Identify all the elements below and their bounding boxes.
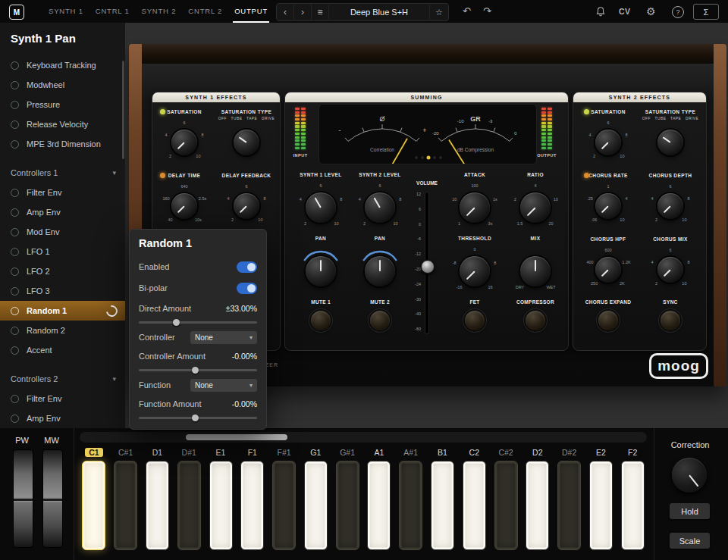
key-d2[interactable] [526, 461, 549, 550]
mute-1-button[interactable] [311, 311, 331, 330]
key-d-1[interactable] [177, 461, 201, 550]
key-e1[interactable] [209, 461, 233, 550]
sidebar-item-keyboard-tracking[interactable]: Keyboard Tracking [0, 55, 125, 75]
sidebar-section-controllers-2[interactable]: Controllers 2▾ [0, 360, 125, 389]
chorus-hpf-knob[interactable] [595, 257, 621, 283]
key-d1[interactable] [146, 461, 169, 550]
preset-menu-icon[interactable]: ≡ [312, 5, 329, 20]
keyboard-scrollbar-thumb[interactable] [186, 434, 287, 440]
sum-mixer-button[interactable]: Σ [693, 4, 719, 20]
help-icon[interactable]: ? [672, 6, 684, 18]
bipolar-toggle[interactable] [237, 283, 257, 294]
sidebar-item-accent[interactable]: Accent [0, 340, 125, 360]
settings-gear-icon[interactable]: ⚙ [646, 0, 656, 23]
key-b1[interactable] [431, 461, 454, 550]
sidebar-item-mpe-3rd-dimension[interactable]: MPE 3rd Dimension [0, 134, 125, 154]
sidebar-item-lfo-2[interactable]: LFO 2 [0, 261, 125, 281]
chorus-mix-knob[interactable] [657, 257, 683, 283]
preset-next-button[interactable]: › [294, 5, 312, 20]
moog-m-logo[interactable]: M [9, 5, 24, 20]
synth-2-level-knob[interactable] [365, 192, 395, 223]
sidebar-item-random-1[interactable]: Random 1 [0, 301, 125, 321]
chorus-depth-knob[interactable] [657, 193, 683, 219]
hold-button[interactable]: Hold [670, 503, 710, 519]
fet-button[interactable] [465, 311, 485, 330]
delay-time-knob[interactable] [171, 193, 197, 219]
mix-knob[interactable] [520, 256, 551, 286]
slider-thumb[interactable] [192, 415, 199, 421]
pan-knob[interactable] [365, 256, 395, 286]
key-f2[interactable] [621, 461, 645, 550]
knob-scale-label: 10 [554, 197, 558, 202]
key-g1[interactable] [304, 461, 328, 550]
sidebar-section-controllers-1[interactable]: Controllers 1▾ [0, 154, 125, 183]
key-c1[interactable] [82, 461, 105, 550]
undo-icon[interactable]: ↶ [463, 0, 471, 23]
redo-icon[interactable]: ↷ [483, 0, 491, 23]
ratio-knob[interactable] [520, 192, 551, 223]
saturation-type-knob[interactable] [657, 130, 683, 155]
knob-pointer [601, 205, 609, 213]
key-a-1[interactable] [399, 461, 422, 550]
sidebar-item-mod-env[interactable]: Mod Env [0, 222, 125, 242]
tab-cntrl-2[interactable]: CNTRL 2 [188, 0, 222, 23]
mute-2-button[interactable] [370, 311, 390, 330]
sidebar-item-amp-env[interactable]: Amp Env [0, 202, 125, 222]
function-amount-slider[interactable] [139, 415, 257, 421]
saturation-knob[interactable] [595, 130, 621, 155]
slider-thumb[interactable] [192, 367, 199, 374]
key-g-1[interactable] [336, 461, 359, 550]
preset-name[interactable]: Deep Blue S+H [329, 8, 429, 17]
sidebar-item-lfo-1[interactable]: LFO 1 [0, 242, 125, 261]
mod-wheel[interactable] [42, 449, 63, 548]
sync-button[interactable] [661, 311, 680, 330]
enabled-toggle[interactable] [237, 261, 257, 273]
synth-1-level-knob[interactable] [306, 192, 336, 223]
key-c2[interactable] [463, 461, 486, 550]
cv-button[interactable]: CV [619, 0, 631, 23]
sidebar-item-random-2[interactable]: Random 2 [0, 321, 125, 340]
tab-cntrl-1[interactable]: CNTRL 1 [96, 0, 130, 23]
controller-select[interactable]: None ▾ [190, 331, 257, 344]
sidebar-item-filter-env[interactable]: Filter Env [0, 389, 125, 408]
sidebar-item-amp-env[interactable]: Amp Env [0, 408, 125, 428]
key-f-1[interactable] [272, 461, 296, 550]
compressor-button[interactable] [526, 311, 545, 330]
tab-synth-1[interactable]: SYNTH 1 [49, 0, 83, 23]
key-c-1[interactable] [114, 461, 137, 550]
scale-button[interactable]: Scale [670, 533, 710, 549]
key-a1[interactable] [367, 461, 391, 550]
threshold-knob[interactable] [460, 256, 490, 286]
led-icon [548, 125, 552, 127]
delay-feedback-knob[interactable] [234, 193, 259, 219]
key-c-2[interactable] [494, 461, 518, 550]
key-d-2[interactable] [557, 461, 581, 550]
function-select[interactable]: None ▾ [190, 379, 257, 392]
favorite-star-icon[interactable]: ☆ [429, 5, 448, 20]
tab-synth-2[interactable]: SYNTH 2 [142, 0, 177, 23]
sidebar-item-pressure[interactable]: Pressure [0, 95, 125, 114]
sidebar-item-release-velocity[interactable]: Release Velocity [0, 114, 125, 134]
keyboard-scrollbar[interactable] [80, 432, 647, 443]
slider-thumb[interactable] [173, 319, 180, 326]
attack-knob[interactable] [460, 192, 490, 223]
key-f1[interactable] [240, 461, 264, 550]
correction-knob[interactable] [672, 458, 707, 493]
chorus-rate-knob[interactable] [595, 193, 621, 219]
pan-knob[interactable] [306, 256, 336, 286]
chorus-expand-button[interactable] [598, 311, 618, 330]
pitch-wheel[interactable] [13, 449, 33, 548]
sidebar-item-modwheel[interactable]: Modwheel [0, 75, 125, 95]
saturation-knob[interactable] [171, 130, 197, 155]
direct-amount-slider[interactable] [139, 319, 257, 326]
tab-output[interactable]: OUTPUT [234, 0, 268, 23]
notifications-bell-icon[interactable] [595, 6, 606, 20]
saturation-type-knob[interactable] [234, 130, 259, 155]
volume-slider-thumb[interactable] [421, 260, 435, 274]
key-e2[interactable] [589, 461, 613, 550]
sidebar-item-lfo-3[interactable]: LFO 3 [0, 281, 125, 301]
controller-amount-slider[interactable] [139, 367, 257, 374]
sidebar-item-filter-env[interactable]: Filter Env [0, 183, 125, 202]
preset-prev-button[interactable]: ‹ [277, 5, 294, 20]
sidebar-scrollbar[interactable] [122, 61, 124, 159]
